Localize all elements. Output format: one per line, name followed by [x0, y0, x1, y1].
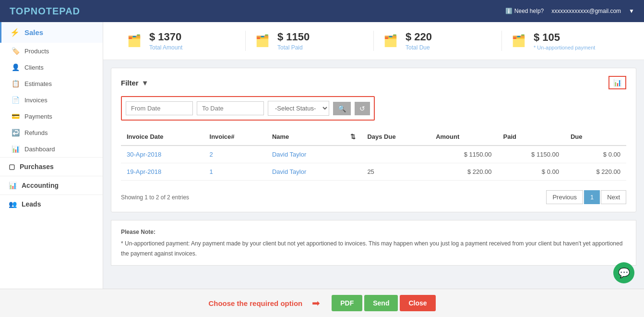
content-area: 🗂️ $ 1370 Total Amount 🗂️ $ 1150 Total P…	[103, 22, 644, 289]
arrow-right-icon: ➡	[312, 297, 320, 309]
row1-date: 30-Apr-2018	[121, 146, 204, 163]
row1-paid: $ 1150.00	[498, 146, 565, 163]
row2-days-due: 25	[361, 163, 430, 181]
row2-paid-val: 0.00	[547, 168, 559, 175]
stat-unapportioned-content: $ 105 * Un-apportioned payment	[534, 31, 595, 50]
brand-notepad: Notepad	[31, 6, 80, 16]
note-section: Please Note: * Un-apportioned payment: A…	[111, 220, 636, 266]
help-link[interactable]: ℹ️ Need help?	[505, 8, 544, 14]
user-email[interactable]: xxxxxxxxxxxxx@gmail.com	[551, 8, 621, 14]
stat-paid-icon: 🗂️	[255, 34, 270, 48]
sidebar-item-invoices[interactable]: 📄 Invoices	[0, 92, 103, 108]
row2-due: $ 220.00	[565, 163, 626, 181]
sidebar-item-dashboard[interactable]: 📊 Dashboard	[0, 141, 103, 157]
clear-button[interactable]: ↺	[355, 102, 370, 115]
sidebar-item-estimates[interactable]: 📋 Estimates	[0, 75, 103, 92]
stat-unapportioned-value: $ 105	[534, 31, 595, 44]
sidebar-item-products[interactable]: 🏷️ Products	[0, 43, 103, 59]
row2-amount-sym: $	[467, 168, 471, 175]
filter-row: -Select Status- Paid Unpaid Partial 🔍 ↺	[121, 96, 375, 121]
row2-date: 19-Apr-2018	[121, 163, 204, 181]
next-button[interactable]: Next	[601, 190, 626, 204]
row1-sort-placeholder	[345, 146, 361, 163]
col-due: Due	[565, 128, 626, 146]
row2-name: David Taylor	[266, 163, 345, 181]
row2-invoice-num[interactable]: 1	[204, 163, 266, 181]
sidebar: ⚡ Sales 🏷️ Products 👤 Clients 📋 Estimate…	[0, 22, 103, 289]
col-amount: Amount	[430, 128, 497, 146]
row1-amount-sym: $	[464, 151, 467, 158]
invoice-table: Invoice Date Invoice# Name ⇅ Days Due Am…	[121, 128, 626, 181]
filter-header: Filter ▼ 📊	[121, 76, 626, 89]
filter-funnel-icon: ▼	[142, 79, 149, 87]
export-button[interactable]: 📊	[608, 76, 626, 89]
chat-bubble[interactable]: 💬	[613, 262, 634, 283]
sidebar-estimates-label: Estimates	[24, 80, 52, 87]
sidebar-item-refunds[interactable]: ↩️ Refunds	[0, 124, 103, 141]
table-footer: Showing 1 to 2 of 2 entries Previous 1 N…	[121, 186, 626, 204]
status-select[interactable]: -Select Status- Paid Unpaid Partial	[268, 101, 329, 116]
stat-due-icon: 🗂️	[383, 34, 398, 48]
stat-amount-content: $ 1370 Total Amount	[149, 31, 182, 51]
invoices-icon: 📄	[12, 96, 20, 104]
note-text: * Un-apportioned payment: Any payment ma…	[121, 239, 626, 258]
col-sort-icon[interactable]: ⇅	[345, 128, 361, 146]
stat-total-due: 🗂️ $ 220 Total Due	[374, 31, 502, 51]
refunds-icon: ↩️	[12, 129, 20, 136]
row1-paid-val: 1150.00	[537, 151, 559, 158]
col-invoice-date: Invoice Date	[121, 128, 204, 146]
stat-unapportioned-label: * Un-apportioned payment	[534, 45, 595, 50]
row2-paid: $ 0.00	[498, 163, 565, 181]
col-days-due: Days Due	[361, 128, 430, 146]
sidebar-item-clients[interactable]: 👤 Clients	[0, 59, 103, 75]
payments-icon: 💳	[12, 112, 20, 120]
sidebar-refunds-label: Refunds	[24, 129, 48, 136]
prev-button[interactable]: Previous	[546, 190, 583, 204]
col-invoice-num: Invoice#	[204, 128, 266, 146]
stat-unapportioned: 🗂️ $ 105 * Un-apportioned payment	[502, 31, 630, 50]
row2-amount: $ 220.00	[430, 163, 497, 181]
stat-paid-label: Total Paid	[277, 44, 310, 51]
sidebar-leads-label: Leads	[22, 200, 41, 208]
invoice-table-section: Invoice Date Invoice# Name ⇅ Days Due Am…	[121, 128, 626, 204]
row1-due: $ 0.00	[565, 146, 626, 163]
to-date-input[interactable]	[197, 101, 264, 115]
search-button[interactable]: 🔍	[333, 102, 351, 115]
bottom-bar: Choose the required option ➡ PDF Send Cl…	[0, 289, 644, 317]
showing-text: Showing 1 to 2 of 2 entries	[121, 194, 189, 201]
sidebar-sales-header[interactable]: ⚡ Sales	[0, 22, 103, 43]
sidebar-products-label: Products	[24, 48, 49, 55]
pagination: Previous 1 Next	[546, 190, 626, 204]
stat-total-amount: 🗂️ $ 1370 Total Amount	[118, 31, 246, 51]
filter-title: Filter	[121, 79, 139, 87]
main-layout: ⚡ Sales 🏷️ Products 👤 Clients 📋 Estimate…	[0, 22, 644, 289]
navbar: TopNotepad ℹ️ Need help? xxxxxxxxxxxxx@g…	[0, 0, 644, 22]
pdf-button[interactable]: PDF	[332, 295, 362, 311]
row1-name: David Taylor	[266, 146, 345, 163]
row1-days-due	[361, 146, 430, 163]
row2-paid-sym: $	[542, 168, 545, 175]
col-name: Name	[266, 128, 345, 146]
stat-due-value: $ 220	[405, 31, 432, 43]
page-1-button[interactable]: 1	[584, 190, 600, 204]
brand-logo: TopNotepad	[10, 6, 80, 17]
dropdown-icon[interactable]: ▼	[629, 8, 634, 14]
close-button[interactable]: Close	[400, 295, 435, 311]
sidebar-accounting-header[interactable]: 📊 Accounting	[0, 176, 103, 195]
sidebar-purchases-label: Purchases	[20, 163, 54, 171]
sidebar-leads-header[interactable]: 👥 Leads	[0, 195, 103, 213]
stat-paid-value: $ 1150	[277, 31, 310, 43]
products-icon: 🏷️	[12, 47, 20, 55]
stat-unapportioned-icon: 🗂️	[512, 34, 526, 48]
table-row: 19-Apr-2018 1 David Taylor 25 $ 220.00 $	[121, 163, 626, 181]
row2-due-val: 220.00	[601, 168, 620, 175]
from-date-input[interactable]	[126, 101, 193, 115]
row2-due-sym: $	[596, 168, 599, 175]
leads-expand-icon: 👥	[9, 200, 17, 208]
row2-sort-placeholder	[345, 163, 361, 181]
sidebar-purchases-header[interactable]: ▢ Purchases	[0, 157, 103, 176]
purchases-expand-icon: ▢	[9, 163, 15, 171]
send-button[interactable]: Send	[364, 295, 398, 311]
row1-invoice-num[interactable]: 2	[204, 146, 266, 163]
sidebar-item-payments[interactable]: 💳 Payments	[0, 108, 103, 124]
